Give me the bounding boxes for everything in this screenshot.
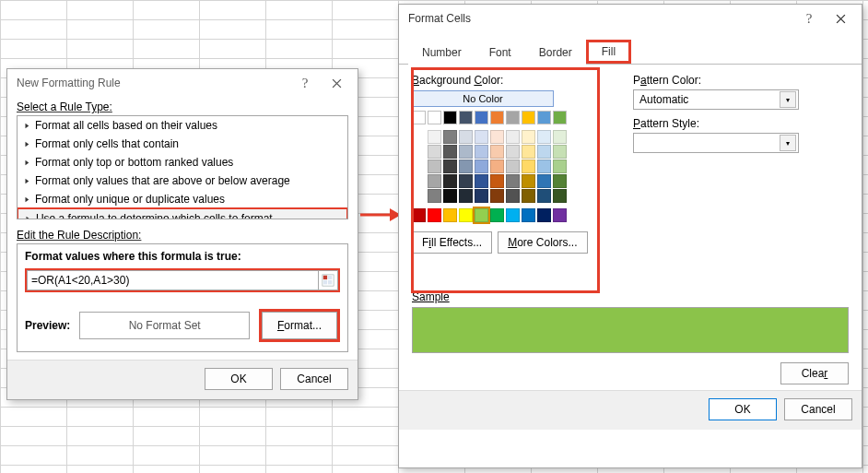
color-swatch[interactable]	[459, 111, 473, 124]
color-swatch[interactable]	[490, 130, 504, 144]
clear-button[interactable]: Clear	[780, 362, 849, 384]
color-swatch[interactable]	[506, 111, 520, 124]
color-swatch[interactable]	[522, 145, 535, 159]
color-swatch[interactable]	[490, 189, 504, 203]
rule-type-item[interactable]: ►Format only cells that contain	[18, 135, 347, 153]
color-swatch[interactable]	[537, 189, 551, 203]
color-swatch[interactable]	[522, 174, 535, 188]
color-swatch[interactable]	[475, 208, 488, 222]
nfr-title: New Formatting Rule	[17, 77, 289, 89]
color-swatch[interactable]	[522, 111, 535, 124]
color-swatch[interactable]	[475, 160, 488, 173]
color-swatch[interactable]	[553, 111, 567, 124]
ok-button[interactable]: OK	[709, 398, 777, 420]
color-swatch[interactable]	[490, 160, 504, 173]
color-swatch[interactable]	[537, 145, 551, 159]
pattern-style-select[interactable]: ▾	[633, 133, 799, 153]
rule-type-text: Use a formula to determine which cells t…	[36, 211, 273, 219]
cancel-button[interactable]: Cancel	[784, 398, 852, 420]
color-swatch[interactable]	[537, 160, 551, 173]
color-swatch[interactable]	[459, 189, 473, 203]
color-swatch[interactable]	[506, 208, 520, 222]
chevron-right-icon: ►	[24, 173, 29, 188]
color-swatch[interactable]	[443, 208, 457, 222]
color-swatch[interactable]	[490, 208, 504, 222]
color-swatch[interactable]	[553, 145, 567, 159]
color-swatch[interactable]	[459, 145, 473, 159]
cancel-button[interactable]: Cancel	[280, 368, 348, 390]
color-swatch[interactable]	[443, 189, 457, 203]
color-swatch[interactable]	[537, 111, 551, 124]
color-swatch[interactable]	[522, 160, 535, 173]
sample-label: Sample	[412, 290, 849, 303]
color-swatch[interactable]	[475, 174, 488, 188]
color-swatch[interactable]	[522, 189, 535, 203]
color-swatch[interactable]	[537, 130, 551, 144]
color-swatch[interactable]	[490, 111, 504, 124]
help-button[interactable]: ?	[289, 70, 321, 96]
color-swatch[interactable]	[553, 130, 567, 144]
preview-row: Preview: No Format Set Format...	[25, 309, 340, 342]
color-swatch[interactable]	[428, 145, 441, 159]
color-swatch[interactable]	[428, 189, 441, 203]
color-swatch[interactable]	[475, 111, 488, 124]
color-swatch[interactable]	[443, 111, 457, 124]
rule-type-item[interactable]: ►Format only values that are above or be…	[18, 171, 347, 190]
formula-input[interactable]	[27, 270, 318, 290]
color-swatch[interactable]	[522, 130, 535, 144]
tab-number[interactable]: Number	[408, 41, 475, 65]
rule-type-list[interactable]: ►Format all cells based on their values►…	[17, 115, 348, 219]
color-swatch[interactable]	[443, 160, 457, 173]
color-swatch[interactable]	[443, 130, 457, 144]
color-swatch[interactable]	[459, 130, 473, 144]
format-button[interactable]: Format...	[262, 312, 337, 339]
color-swatch[interactable]	[553, 208, 567, 222]
color-swatch[interactable]	[490, 145, 504, 159]
color-swatch[interactable]	[459, 208, 473, 222]
ok-button[interactable]: OK	[205, 368, 273, 390]
color-swatch[interactable]	[475, 130, 488, 144]
color-swatch[interactable]	[428, 208, 441, 222]
color-swatch[interactable]	[428, 111, 441, 124]
rule-type-item[interactable]: ►Format only unique or duplicate values	[18, 190, 347, 208]
color-swatch[interactable]	[428, 160, 441, 173]
color-swatch[interactable]	[506, 174, 520, 188]
more-colors-button[interactable]: More Colors...	[498, 231, 587, 254]
color-swatch[interactable]	[428, 174, 441, 188]
color-swatch[interactable]	[537, 174, 551, 188]
color-swatch[interactable]	[428, 130, 441, 144]
help-button[interactable]: ?	[793, 6, 825, 31]
color-swatch[interactable]	[412, 111, 426, 124]
tab-border[interactable]: Border	[525, 41, 586, 65]
color-swatch[interactable]	[537, 208, 551, 222]
tab-fill[interactable]: Fill	[586, 40, 631, 64]
color-swatch[interactable]	[522, 208, 535, 222]
color-swatch[interactable]	[553, 160, 567, 173]
color-swatch[interactable]	[412, 208, 426, 222]
rule-type-item[interactable]: ►Format all cells based on their values	[18, 116, 347, 135]
color-swatch[interactable]	[506, 145, 520, 159]
rule-type-item[interactable]: ►Format only top or bottom ranked values	[18, 153, 347, 171]
close-button[interactable]	[825, 6, 856, 31]
color-swatch[interactable]	[553, 189, 567, 203]
color-swatch[interactable]	[459, 160, 473, 173]
color-swatch[interactable]	[443, 174, 457, 188]
color-swatch[interactable]	[459, 174, 473, 188]
fill-effects-button[interactable]: Fill Effects...	[412, 231, 492, 254]
color-swatch[interactable]	[475, 145, 488, 159]
rule-type-text: Format only unique or duplicate values	[35, 192, 225, 207]
color-swatch[interactable]	[553, 174, 567, 188]
color-swatch[interactable]	[506, 160, 520, 173]
color-swatch[interactable]	[443, 145, 457, 159]
tab-font[interactable]: Font	[475, 41, 525, 65]
rule-type-item[interactable]: ►Use a formula to determine which cells …	[17, 207, 348, 219]
close-button[interactable]	[321, 70, 352, 96]
color-swatch[interactable]	[490, 174, 504, 188]
color-swatch[interactable]	[506, 130, 520, 144]
background-color-label: Background Color:	[412, 74, 605, 87]
color-swatch[interactable]	[475, 189, 488, 203]
range-selector-button[interactable]	[318, 270, 338, 290]
no-color-button[interactable]: No Color	[412, 90, 554, 107]
color-swatch[interactable]	[506, 189, 520, 203]
pattern-color-select[interactable]: Automatic▾	[633, 89, 799, 110]
